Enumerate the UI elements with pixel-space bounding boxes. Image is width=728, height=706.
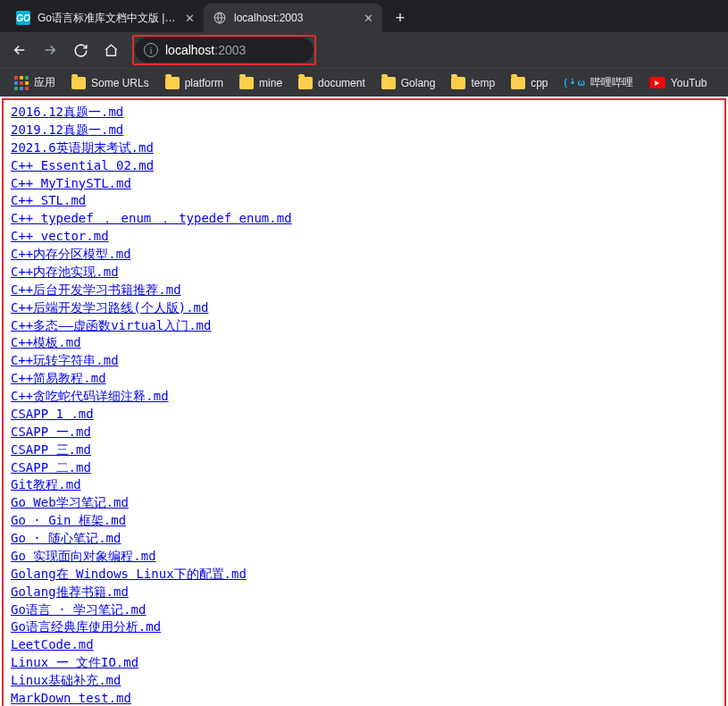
file-link[interactable]: CSAPP 二.md bbox=[11, 459, 91, 477]
go-favicon-icon: GO bbox=[16, 11, 30, 25]
bookmark-label: platform bbox=[185, 77, 223, 89]
bookmark-item[interactable]: cpp bbox=[506, 73, 553, 92]
file-link[interactable]: Git教程.md bbox=[11, 476, 81, 494]
file-link[interactable]: C++玩转字符串.md bbox=[11, 352, 119, 370]
globe-favicon-icon bbox=[213, 11, 227, 25]
file-link[interactable]: C++多态——虚函数virtual入门.md bbox=[11, 317, 211, 335]
bookmark-item[interactable]: Golang bbox=[376, 73, 441, 92]
file-link[interactable]: C++后台开发学习书籍推荐.md bbox=[11, 282, 181, 299]
reload-button[interactable] bbox=[68, 38, 93, 63]
folder-icon bbox=[165, 77, 180, 89]
bookmark-label: mine bbox=[259, 77, 282, 89]
folder-icon bbox=[239, 77, 254, 89]
file-link[interactable]: Linux基础补充.md bbox=[11, 672, 121, 690]
file-link[interactable]: 2019.12真题一.md bbox=[11, 122, 123, 139]
bookmark-item[interactable]: document bbox=[293, 73, 371, 92]
file-link[interactable]: LeetCode.md bbox=[11, 636, 94, 654]
address-bar[interactable]: i localhost:2003 bbox=[135, 38, 314, 63]
file-link[interactable]: C++内存分区模型.md bbox=[11, 246, 131, 264]
bookmark-item[interactable]: temp bbox=[446, 73, 500, 92]
bookmark-label: document bbox=[318, 77, 365, 89]
file-link[interactable]: C++简易教程.md bbox=[11, 370, 106, 388]
address-bar-highlight: i localhost:2003 bbox=[132, 35, 316, 65]
file-link[interactable]: C++ typedef ， enum ， typedef enum.md bbox=[11, 210, 292, 228]
file-link[interactable]: Golang在 Windows Linux下的配置.md bbox=[11, 566, 247, 584]
file-link[interactable]: C++贪吃蛇代码详细注释.md bbox=[11, 388, 169, 406]
file-link[interactable]: C++ Essential 02.md bbox=[11, 157, 154, 175]
file-link[interactable]: Go Web学习笔记.md bbox=[11, 494, 129, 512]
tab-0[interactable]: GO Go语言标准库文档中文版 | Go语 ✕ bbox=[7, 4, 204, 32]
address-text: localhost:2003 bbox=[165, 43, 246, 57]
file-link[interactable]: Go语言 · 学习笔记.md bbox=[11, 601, 146, 619]
file-link[interactable]: C++内存池实现.md bbox=[11, 264, 119, 282]
bookmark-label: cpp bbox=[531, 77, 548, 89]
tab-title: localhost:2003 bbox=[234, 12, 356, 24]
bookmark-item[interactable]: ( •̀ ω哔哩哔哩 bbox=[559, 73, 639, 92]
folder-icon bbox=[381, 77, 396, 89]
close-icon[interactable]: ✕ bbox=[185, 12, 195, 25]
file-link[interactable]: C++ STL.md bbox=[11, 192, 86, 210]
file-link[interactable]: Go语言经典库使用分析.md bbox=[11, 618, 161, 636]
apps-grid-icon bbox=[14, 76, 29, 90]
forward-button[interactable] bbox=[38, 38, 63, 63]
file-link[interactable]: CSAPP 三.md bbox=[11, 441, 91, 459]
apps-label: 应用 bbox=[34, 75, 55, 90]
address-port: :2003 bbox=[214, 43, 246, 57]
file-link[interactable]: C++模板.md bbox=[11, 334, 81, 352]
bookmark-label: temp bbox=[471, 77, 495, 89]
address-host: localhost bbox=[165, 43, 214, 57]
tab-strip: GO Go语言标准库文档中文版 | Go语 ✕ localhost:2003 ✕… bbox=[0, 0, 728, 32]
bookmark-label: Golang bbox=[401, 77, 436, 89]
bookmark-item[interactable]: Some URLs bbox=[66, 73, 155, 92]
tab-title: Go语言标准库文档中文版 | Go语 bbox=[38, 11, 178, 26]
file-link[interactable]: C++ MyTinySTL.md bbox=[11, 175, 131, 193]
folder-icon bbox=[298, 77, 313, 89]
apps-button[interactable]: 应用 bbox=[9, 73, 61, 92]
file-link[interactable]: MarkDown test.md bbox=[11, 690, 131, 706]
file-link[interactable]: 2021.6英语期末考试.md bbox=[11, 139, 154, 157]
file-link[interactable]: C++ vector.md bbox=[11, 228, 109, 246]
folder-icon bbox=[451, 77, 465, 89]
bookmarks-bar: 应用 Some URLsplatformminedocumentGolangte… bbox=[0, 68, 728, 97]
file-link[interactable]: CSAPP 一.md bbox=[11, 424, 91, 441]
folder-icon bbox=[71, 77, 86, 89]
file-link[interactable]: CSAPP 1 .md bbox=[11, 406, 94, 424]
folder-icon bbox=[511, 77, 525, 89]
back-button[interactable] bbox=[7, 38, 32, 63]
bookmark-label: 哔哩哔哩 bbox=[590, 75, 633, 90]
file-link[interactable]: Go · 随心笔记.md bbox=[11, 530, 121, 548]
bookmark-item[interactable]: YouTub bbox=[644, 73, 712, 92]
close-icon[interactable]: ✕ bbox=[364, 12, 373, 25]
bookmark-label: YouTub bbox=[671, 77, 707, 89]
file-link[interactable]: Golang推荐书籍.md bbox=[11, 584, 129, 601]
bookmark-item[interactable]: mine bbox=[234, 73, 288, 92]
bilibili-icon: ( •̀ ω bbox=[565, 78, 585, 88]
browser-chrome: GO Go语言标准库文档中文版 | Go语 ✕ localhost:2003 ✕… bbox=[0, 0, 728, 97]
bookmark-item[interactable]: platform bbox=[160, 73, 229, 92]
new-tab-button[interactable]: + bbox=[388, 5, 413, 30]
bookmark-label: Some URLs bbox=[91, 77, 149, 89]
file-link[interactable]: Go · Gin 框架.md bbox=[11, 512, 126, 530]
home-button[interactable] bbox=[98, 38, 123, 63]
youtube-icon bbox=[649, 77, 665, 88]
toolbar: i localhost:2003 bbox=[0, 32, 728, 68]
file-link[interactable]: C++后端开发学习路线(个人版).md bbox=[11, 299, 208, 317]
directory-listing: 2016.12真题一.md2019.12真题一.md2021.6英语期末考试.m… bbox=[2, 98, 726, 706]
file-link[interactable]: 2016.12真题一.md bbox=[11, 104, 123, 122]
file-link[interactable]: Linux 一 文件IO.md bbox=[11, 654, 138, 672]
site-info-icon[interactable]: i bbox=[144, 43, 158, 57]
tab-1[interactable]: localhost:2003 ✕ bbox=[204, 4, 382, 32]
file-link[interactable]: Go 实现面向对象编程.md bbox=[11, 548, 156, 566]
